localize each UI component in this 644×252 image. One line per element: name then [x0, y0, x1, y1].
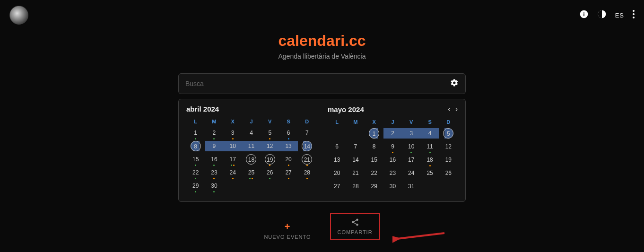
calendar-day[interactable]: 7: [298, 126, 316, 139]
theme-toggle-icon[interactable]: [597, 9, 607, 21]
calendar-day[interactable]: 4: [242, 126, 261, 139]
calendar-day[interactable]: 26: [439, 166, 458, 180]
calendar-day[interactable]: 5: [261, 126, 279, 139]
calendar-day[interactable]: 13: [279, 139, 297, 153]
new-event-label: NUEVO EVENTO: [264, 234, 311, 240]
month-title: mayo 2024: [328, 105, 364, 113]
calendar-day[interactable]: 15: [186, 153, 205, 166]
calendar-day[interactable]: 27: [328, 180, 346, 193]
calendar-day[interactable]: 30: [383, 180, 402, 193]
month-title: abril 2024: [186, 105, 219, 113]
calendar-day[interactable]: 18: [420, 153, 439, 166]
calendar-day[interactable]: 24: [224, 166, 242, 179]
calendar-day[interactable]: 14: [346, 153, 365, 166]
calendar-day[interactable]: 23: [205, 166, 223, 179]
weekday-label: D: [439, 117, 458, 127]
calendar-day[interactable]: 19: [261, 153, 279, 166]
calendar-day[interactable]: 8: [365, 140, 383, 153]
calendar-day[interactable]: 12: [261, 139, 279, 153]
calendar-day[interactable]: 8: [186, 139, 205, 153]
info-icon[interactable]: [579, 9, 589, 21]
calendar-day[interactable]: 14: [298, 139, 316, 153]
calendar-day[interactable]: 18: [242, 153, 261, 166]
calendar-day[interactable]: 30: [205, 179, 223, 192]
calendar-day[interactable]: 9: [205, 139, 223, 153]
calendar-day[interactable]: 16: [383, 153, 402, 166]
share-button[interactable]: COMPARTIR: [330, 213, 380, 240]
weekday-label: M: [205, 117, 223, 126]
menu-dots-icon[interactable]: [633, 10, 635, 20]
calendar-day[interactable]: 2: [383, 127, 402, 140]
calendar-day[interactable]: 11: [420, 140, 439, 153]
calendar-day[interactable]: 2: [205, 126, 223, 139]
calendar-day[interactable]: 5: [439, 127, 458, 140]
site-subtitle: Agenda llibertària de València: [278, 52, 366, 60]
calendar-day[interactable]: 3: [224, 126, 242, 139]
plus-icon: +: [285, 221, 291, 232]
calendar-day[interactable]: 22: [365, 166, 383, 180]
weekday-label: V: [402, 117, 420, 127]
next-month-icon[interactable]: ›: [455, 105, 458, 113]
calendar-day[interactable]: 6: [328, 140, 346, 153]
share-icon: [351, 218, 359, 227]
calendar-day[interactable]: 23: [383, 166, 402, 180]
calendar-day[interactable]: 26: [261, 166, 279, 179]
calendar-day[interactable]: 21: [298, 153, 316, 166]
calendar-day[interactable]: 19: [439, 153, 458, 166]
calendar-day[interactable]: 17: [224, 153, 242, 166]
calendar-day[interactable]: 1: [186, 126, 205, 139]
calendar-day[interactable]: 28: [346, 180, 365, 193]
calendar-day[interactable]: 31: [402, 180, 420, 193]
calendar-day[interactable]: 28: [298, 166, 316, 179]
calendar-day[interactable]: 1: [365, 127, 383, 140]
new-event-button[interactable]: + NUEVO EVENTO: [264, 221, 311, 240]
weekday-label: L: [328, 117, 346, 127]
svg-rect-2: [583, 12, 584, 13]
search-bar: [178, 73, 466, 94]
calendar-day[interactable]: 7: [346, 140, 365, 153]
weekday-label: J: [383, 117, 402, 127]
calendar: abril 2024LMXJVSD12345678910111213141516…: [178, 99, 466, 202]
svg-point-4: [633, 10, 635, 12]
svg-point-5: [633, 13, 635, 15]
calendar-day[interactable]: 6: [279, 126, 297, 139]
calendar-day[interactable]: 16: [205, 153, 223, 166]
calendar-day[interactable]: 29: [186, 179, 205, 192]
calendar-day[interactable]: 11: [242, 139, 261, 153]
calendar-day[interactable]: 15: [365, 153, 383, 166]
calendar-day[interactable]: 12: [439, 140, 458, 153]
calendar-day[interactable]: 9: [383, 140, 402, 153]
weekday-label: S: [420, 117, 439, 127]
calendar-day[interactable]: 25: [242, 166, 261, 179]
calendar-day[interactable]: 4: [420, 127, 439, 140]
search-input[interactable]: [185, 80, 450, 87]
site-logo[interactable]: [9, 6, 28, 25]
weekday-label: X: [224, 117, 242, 126]
calendar-day[interactable]: 13: [328, 153, 346, 166]
svg-rect-1: [583, 13, 584, 16]
language-selector[interactable]: ES: [615, 12, 624, 19]
svg-point-6: [633, 17, 635, 18]
calendar-day[interactable]: 10: [402, 140, 420, 153]
calendar-day[interactable]: 27: [279, 166, 297, 179]
weekday-label: J: [242, 117, 261, 126]
calendar-day[interactable]: 29: [365, 180, 383, 193]
weekday-label: S: [279, 117, 297, 126]
calendar-day[interactable]: 20: [279, 153, 297, 166]
calendar-day[interactable]: 3: [402, 127, 420, 140]
svg-point-9: [356, 224, 358, 226]
site-title[interactable]: calendari.cc: [278, 32, 366, 50]
calendar-day[interactable]: 17: [402, 153, 420, 166]
weekday-label: V: [261, 117, 279, 126]
gear-icon[interactable]: [450, 78, 459, 89]
calendar-day[interactable]: 20: [328, 166, 346, 180]
weekday-label: M: [346, 117, 365, 127]
calendar-day[interactable]: 25: [420, 166, 439, 180]
calendar-day[interactable]: 22: [186, 166, 205, 179]
calendar-day[interactable]: 10: [224, 139, 242, 153]
svg-point-7: [356, 219, 358, 221]
weekday-label: L: [186, 117, 205, 126]
prev-month-icon[interactable]: ‹: [448, 105, 450, 113]
calendar-day[interactable]: 24: [402, 166, 420, 180]
calendar-day[interactable]: 21: [346, 166, 365, 180]
